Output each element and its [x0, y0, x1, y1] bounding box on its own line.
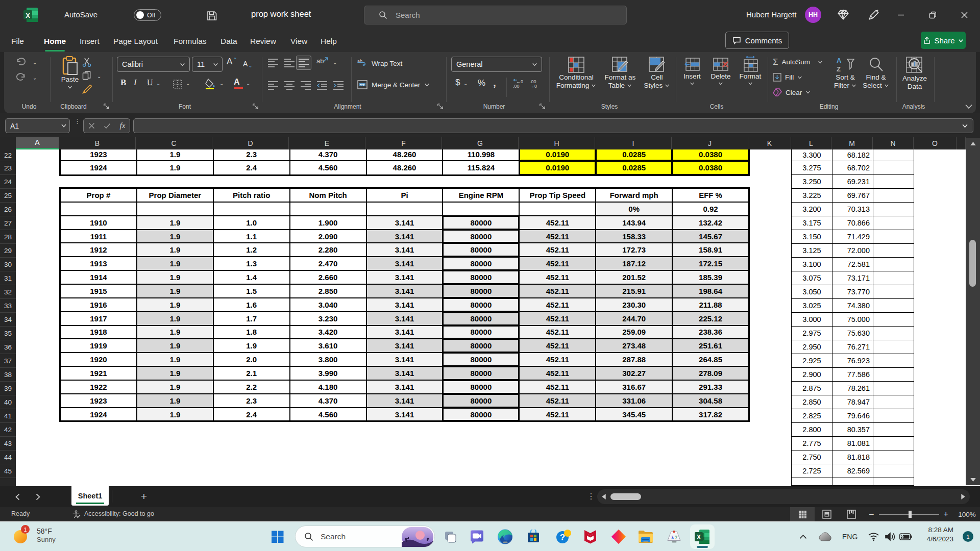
page-layout-view-button[interactable]: [815, 507, 839, 521]
upper-table-cell-r22c3[interactable]: 4.370: [290, 149, 366, 160]
scroll-left-arrow-icon[interactable]: [602, 494, 606, 499]
main-table-cell-r10c0[interactable]: 1920: [61, 353, 136, 366]
main-table-cell-r3c1[interactable]: 1.9: [137, 257, 213, 270]
page-break-view-button[interactable]: [839, 507, 864, 521]
side-table-N-r31[interactable]: [873, 271, 914, 285]
main-table-subrow-c2[interactable]: [214, 203, 289, 215]
main-table-cell-r14c5[interactable]: 80000: [444, 409, 518, 420]
row-header-42[interactable]: 42: [0, 423, 16, 437]
cell-styles-button[interactable]: Cell Styles: [641, 56, 673, 90]
side-table-M-r24[interactable]: 69.231: [832, 175, 873, 188]
main-table-subrow-c1[interactable]: [137, 203, 213, 215]
main-table-cell-r5c2[interactable]: 1.5: [214, 285, 289, 297]
main-table-cell-r0c5[interactable]: 80000: [444, 217, 518, 229]
column-header-O[interactable]: O: [914, 137, 957, 149]
main-table-cell-r2c4[interactable]: 3.141: [367, 243, 443, 256]
main-table-cell-r14c0[interactable]: 1924: [61, 408, 136, 421]
row-header-25[interactable]: 25: [0, 189, 16, 203]
main-table-cell-r8c2[interactable]: 1.8: [214, 326, 289, 339]
side-table-M-r32[interactable]: 73.770: [832, 285, 873, 298]
side-table-N-r23[interactable]: [873, 161, 914, 174]
side-table-L-r28[interactable]: 3.150: [792, 230, 832, 243]
main-table-cell-r5c4[interactable]: 3.141: [367, 285, 443, 297]
number-format-combo[interactable]: General: [451, 57, 542, 72]
align-center-icon[interactable]: [284, 81, 295, 91]
sheet-tab-sheet1[interactable]: Sheet1: [71, 486, 109, 506]
side-table-L-r34[interactable]: 3.000: [792, 313, 832, 326]
upper-table-cell-r23c6[interactable]: 0.0190: [520, 162, 595, 174]
main-table-cell-r4c6[interactable]: 452.11: [520, 271, 595, 284]
upper-table-cell-r22c7[interactable]: 0.0285: [597, 149, 671, 160]
side-table-N-r39[interactable]: [873, 382, 914, 395]
main-table-cell-r1c4[interactable]: 3.141: [367, 230, 443, 243]
column-header-B[interactable]: B: [59, 137, 136, 149]
side-table-partial-2[interactable]: [873, 478, 914, 485]
undo-chevron-icon[interactable]: ⌄: [33, 60, 37, 65]
main-table-subrow-c6[interactable]: [520, 203, 595, 215]
tab-page-layout[interactable]: Page Layout: [113, 34, 158, 49]
chat-button[interactable]: [470, 529, 484, 544]
fill-color-icon[interactable]: [205, 78, 216, 89]
upper-table-cell-r22c1[interactable]: 1.9: [137, 149, 213, 160]
column-header-L[interactable]: L: [791, 137, 831, 149]
delete-cells-button[interactable]: Delete: [707, 56, 734, 86]
main-table-cell-r5c1[interactable]: 1.9: [137, 285, 213, 297]
column-header-D[interactable]: D: [212, 137, 289, 149]
side-table-L-r24[interactable]: 3.250: [792, 175, 832, 188]
main-table-cell-r9c3[interactable]: 3.610: [290, 339, 366, 352]
row-header-40[interactable]: 40: [0, 395, 16, 409]
tray-chevron-up-icon[interactable]: [799, 534, 807, 539]
format-painter-button[interactable]: [82, 84, 93, 95]
row-header-45[interactable]: 45: [0, 464, 16, 478]
main-table-header-4[interactable]: Pi: [367, 189, 443, 202]
edge-browser-button[interactable]: [497, 529, 513, 544]
row-header-41[interactable]: 41: [0, 409, 16, 423]
clipboard-dialog-launcher-icon[interactable]: [103, 103, 110, 110]
main-table-cell-r8c4[interactable]: 3.141: [367, 326, 443, 339]
main-table-cell-r4c3[interactable]: 2.660: [290, 271, 366, 284]
diamond-app-button[interactable]: [610, 529, 627, 545]
main-table-header-3[interactable]: Nom Pitch: [290, 189, 366, 202]
excel-taskbar-button[interactable]: X: [690, 524, 715, 549]
main-table-cell-r4c1[interactable]: 1.9: [137, 271, 213, 284]
side-table-M-r43[interactable]: 81.081: [832, 437, 873, 450]
onedrive-tray-icon[interactable]: [819, 532, 832, 541]
side-table-N-r35[interactable]: [873, 327, 914, 340]
side-table-M-r34[interactable]: 75.000: [832, 313, 873, 326]
row-header-22[interactable]: 22: [0, 149, 16, 161]
side-table-L-r40[interactable]: 2.850: [792, 395, 832, 409]
row-header-23[interactable]: 23: [0, 161, 16, 175]
main-table-cell-r0c2[interactable]: 1.0: [214, 216, 289, 229]
main-table-cell-r13c4[interactable]: 3.141: [367, 394, 443, 407]
side-table-N-r45[interactable]: [873, 464, 914, 478]
main-table-cell-r2c5[interactable]: 80000: [444, 244, 518, 256]
name-box-resize-grip[interactable]: ⋮: [74, 119, 81, 123]
side-table-M-r29[interactable]: 72.000: [832, 244, 873, 257]
main-table-cell-r14c7[interactable]: 345.45: [596, 408, 672, 421]
main-table-cell-r6c7[interactable]: 230.30: [596, 298, 672, 311]
main-table-cell-r1c1[interactable]: 1.9: [137, 230, 213, 243]
prev-sheet-arrow[interactable]: [14, 486, 21, 507]
main-table-cell-r6c3[interactable]: 3.040: [290, 298, 366, 311]
main-table-cell-r2c7[interactable]: 172.73: [596, 243, 672, 256]
upper-table-cell-r23c5[interactable]: 115.824: [443, 161, 519, 174]
file-explorer-button[interactable]: [638, 530, 654, 544]
side-table-N-r34[interactable]: [873, 313, 914, 326]
main-table-cell-r1c5[interactable]: 80000: [444, 231, 518, 242]
side-table-N-r42[interactable]: [873, 423, 914, 436]
main-table-cell-r2c6[interactable]: 452.11: [520, 243, 595, 256]
italic-button[interactable]: I: [134, 79, 137, 87]
main-table-cell-r5c5[interactable]: 80000: [444, 285, 518, 297]
side-table-M-r27[interactable]: 70.866: [832, 216, 873, 230]
vertical-scroll-thumb[interactable]: [969, 240, 976, 287]
merge-center-button[interactable]: Merge & Center: [357, 80, 430, 89]
main-table-cell-r13c6[interactable]: 452.11: [520, 394, 595, 407]
side-table-M-r28[interactable]: 71.429: [832, 230, 873, 243]
main-table-cell-r7c0[interactable]: 1917: [61, 312, 136, 325]
increase-indent-icon[interactable]: [333, 81, 344, 91]
upper-table-cell-r22c5[interactable]: 110.998: [443, 149, 519, 160]
main-table-cell-r12c2[interactable]: 2.2: [214, 381, 289, 393]
row-header-38[interactable]: 38: [0, 368, 16, 382]
collapse-ribbon-chevron-icon[interactable]: [965, 104, 973, 109]
side-table-M-r31[interactable]: 73.171: [832, 271, 873, 285]
